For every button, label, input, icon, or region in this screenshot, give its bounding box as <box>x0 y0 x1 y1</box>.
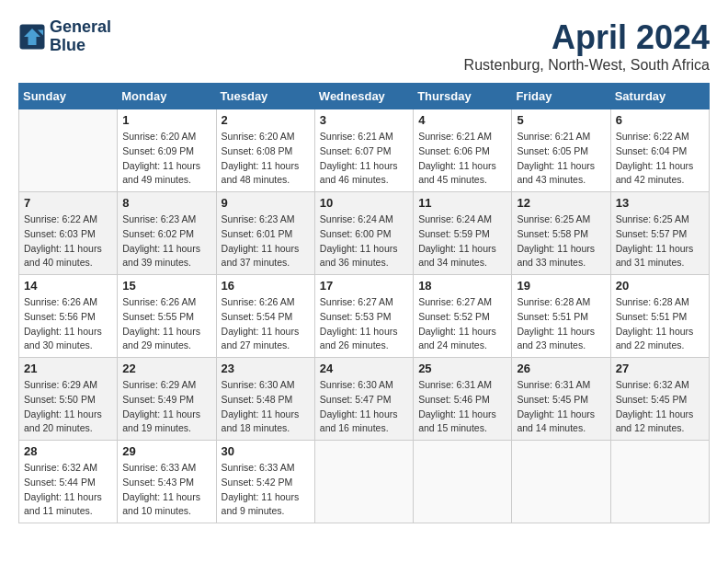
day-number: 21 <box>24 362 112 375</box>
weekday-header-saturday: Saturday <box>610 84 709 109</box>
day-info: Sunrise: 6:32 AMSunset: 5:45 PMDaylight:… <box>616 378 704 436</box>
day-info: Sunrise: 6:27 AMSunset: 5:53 PMDaylight:… <box>320 295 408 353</box>
day-info: Sunrise: 6:29 AMSunset: 5:49 PMDaylight:… <box>122 378 210 436</box>
day-info: Sunrise: 6:22 AMSunset: 6:04 PMDaylight:… <box>616 130 704 188</box>
calendar-cell <box>314 441 413 523</box>
day-info: Sunrise: 6:29 AMSunset: 5:50 PMDaylight:… <box>24 378 112 436</box>
weekday-header-friday: Friday <box>512 84 610 109</box>
calendar-cell: 2Sunrise: 6:20 AMSunset: 6:08 PMDaylight… <box>216 109 314 192</box>
calendar-cell: 18Sunrise: 6:27 AMSunset: 5:52 PMDayligh… <box>414 275 512 358</box>
calendar-cell: 27Sunrise: 6:32 AMSunset: 5:45 PMDayligh… <box>610 358 709 441</box>
day-number: 14 <box>24 279 112 293</box>
day-number: 30 <box>222 444 310 458</box>
calendar-cell: 9Sunrise: 6:23 AMSunset: 6:01 PMDaylight… <box>216 192 314 275</box>
calendar-cell <box>512 441 610 523</box>
day-info: Sunrise: 6:24 AMSunset: 5:59 PMDaylight:… <box>418 213 506 270</box>
day-number: 22 <box>122 362 210 375</box>
calendar-cell: 23Sunrise: 6:30 AMSunset: 5:48 PMDayligh… <box>216 358 314 441</box>
calendar-cell: 25Sunrise: 6:31 AMSunset: 5:46 PMDayligh… <box>414 358 512 441</box>
page-header: General Blue April 2024 Rustenburg, Nort… <box>18 18 710 74</box>
weekday-header-tuesday: Tuesday <box>216 84 314 109</box>
calendar-cell: 22Sunrise: 6:29 AMSunset: 5:49 PMDayligh… <box>118 358 216 441</box>
calendar-cell <box>414 441 512 523</box>
calendar-cell: 13Sunrise: 6:25 AMSunset: 5:57 PMDayligh… <box>610 192 709 275</box>
day-info: Sunrise: 6:20 AMSunset: 6:08 PMDaylight:… <box>222 130 310 188</box>
location-title: Rustenburg, North-West, South Africa <box>464 57 710 74</box>
day-info: Sunrise: 6:21 AMSunset: 6:05 PMDaylight:… <box>517 130 605 188</box>
day-number: 3 <box>320 113 408 127</box>
calendar-cell: 14Sunrise: 6:26 AMSunset: 5:56 PMDayligh… <box>19 275 118 358</box>
day-number: 29 <box>122 444 210 458</box>
title-block: April 2024 Rustenburg, North-West, South… <box>464 18 710 74</box>
calendar-cell: 15Sunrise: 6:26 AMSunset: 5:55 PMDayligh… <box>118 275 216 358</box>
day-info: Sunrise: 6:33 AMSunset: 5:42 PMDaylight:… <box>222 461 310 519</box>
calendar-cell: 24Sunrise: 6:30 AMSunset: 5:47 PMDayligh… <box>314 358 413 441</box>
calendar-cell: 8Sunrise: 6:23 AMSunset: 6:02 PMDaylight… <box>118 192 216 275</box>
day-number: 15 <box>122 279 210 293</box>
calendar-cell <box>610 441 709 523</box>
day-number: 13 <box>616 196 704 210</box>
day-info: Sunrise: 6:28 AMSunset: 5:51 PMDaylight:… <box>517 295 605 353</box>
day-number: 16 <box>222 279 310 293</box>
day-number: 26 <box>517 362 605 375</box>
day-number: 7 <box>24 196 112 210</box>
weekday-header-monday: Monday <box>118 84 216 109</box>
calendar-week-row: 14Sunrise: 6:26 AMSunset: 5:56 PMDayligh… <box>19 275 710 358</box>
weekday-header-sunday: Sunday <box>19 84 118 109</box>
day-info: Sunrise: 6:21 AMSunset: 6:07 PMDaylight:… <box>320 130 408 188</box>
day-info: Sunrise: 6:31 AMSunset: 5:45 PMDaylight:… <box>517 378 605 436</box>
logo-line2: Blue <box>50 37 111 55</box>
day-number: 25 <box>418 362 506 375</box>
day-number: 1 <box>122 113 210 127</box>
day-number: 5 <box>517 113 605 127</box>
day-number: 2 <box>222 113 310 127</box>
day-info: Sunrise: 6:25 AMSunset: 5:58 PMDaylight:… <box>517 213 605 270</box>
day-info: Sunrise: 6:25 AMSunset: 5:57 PMDaylight:… <box>616 213 704 270</box>
day-info: Sunrise: 6:22 AMSunset: 6:03 PMDaylight:… <box>24 213 112 270</box>
day-number: 6 <box>616 113 704 127</box>
day-number: 18 <box>418 279 506 293</box>
calendar-cell: 30Sunrise: 6:33 AMSunset: 5:42 PMDayligh… <box>216 441 314 523</box>
day-number: 8 <box>122 196 210 210</box>
logo: General Blue <box>18 18 111 55</box>
calendar-cell: 26Sunrise: 6:31 AMSunset: 5:45 PMDayligh… <box>512 358 610 441</box>
calendar-cell: 6Sunrise: 6:22 AMSunset: 6:04 PMDaylight… <box>610 109 709 192</box>
day-info: Sunrise: 6:30 AMSunset: 5:47 PMDaylight:… <box>320 378 408 436</box>
day-number: 20 <box>616 279 704 293</box>
calendar-cell: 12Sunrise: 6:25 AMSunset: 5:58 PMDayligh… <box>512 192 610 275</box>
calendar-week-row: 21Sunrise: 6:29 AMSunset: 5:50 PMDayligh… <box>19 358 710 441</box>
day-info: Sunrise: 6:21 AMSunset: 6:06 PMDaylight:… <box>418 130 506 188</box>
day-info: Sunrise: 6:26 AMSunset: 5:56 PMDaylight:… <box>24 295 112 353</box>
logo-icon <box>18 23 46 51</box>
calendar-cell: 21Sunrise: 6:29 AMSunset: 5:50 PMDayligh… <box>19 358 118 441</box>
day-number: 27 <box>616 362 704 375</box>
day-info: Sunrise: 6:26 AMSunset: 5:55 PMDaylight:… <box>122 295 210 353</box>
day-info: Sunrise: 6:26 AMSunset: 5:54 PMDaylight:… <box>222 295 310 353</box>
calendar-cell: 4Sunrise: 6:21 AMSunset: 6:06 PMDaylight… <box>414 109 512 192</box>
day-number: 23 <box>222 362 310 375</box>
month-title: April 2024 <box>464 18 710 57</box>
day-number: 28 <box>24 444 112 458</box>
day-info: Sunrise: 6:30 AMSunset: 5:48 PMDaylight:… <box>222 378 310 436</box>
day-number: 17 <box>320 279 408 293</box>
calendar-table: SundayMondayTuesdayWednesdayThursdayFrid… <box>18 83 710 523</box>
day-info: Sunrise: 6:23 AMSunset: 6:01 PMDaylight:… <box>222 213 310 270</box>
calendar-cell: 20Sunrise: 6:28 AMSunset: 5:51 PMDayligh… <box>610 275 709 358</box>
logo-line1: General <box>50 18 111 37</box>
day-number: 4 <box>418 113 506 127</box>
weekday-header-wednesday: Wednesday <box>314 84 413 109</box>
day-number: 9 <box>222 196 310 210</box>
calendar-cell: 10Sunrise: 6:24 AMSunset: 6:00 PMDayligh… <box>314 192 413 275</box>
calendar-week-row: 28Sunrise: 6:32 AMSunset: 5:44 PMDayligh… <box>19 441 710 523</box>
day-info: Sunrise: 6:33 AMSunset: 5:43 PMDaylight:… <box>122 461 210 519</box>
day-number: 11 <box>418 196 506 210</box>
weekday-header-thursday: Thursday <box>414 84 512 109</box>
day-info: Sunrise: 6:32 AMSunset: 5:44 PMDaylight:… <box>24 461 112 519</box>
day-info: Sunrise: 6:23 AMSunset: 6:02 PMDaylight:… <box>122 213 210 270</box>
day-number: 12 <box>517 196 605 210</box>
day-number: 24 <box>320 362 408 375</box>
day-info: Sunrise: 6:31 AMSunset: 5:46 PMDaylight:… <box>418 378 506 436</box>
calendar-cell <box>19 109 118 192</box>
calendar-cell: 17Sunrise: 6:27 AMSunset: 5:53 PMDayligh… <box>314 275 413 358</box>
calendar-week-row: 7Sunrise: 6:22 AMSunset: 6:03 PMDaylight… <box>19 192 710 275</box>
